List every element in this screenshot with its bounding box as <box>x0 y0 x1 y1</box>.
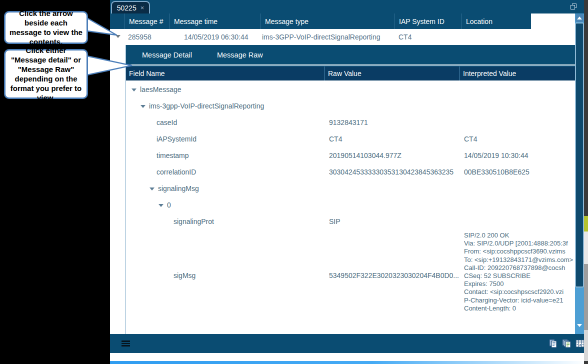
field-name: caseId <box>156 118 177 126</box>
collapse-arrow-icon[interactable] <box>150 188 154 190</box>
tree-row-laesmessage[interactable]: laesMessage <box>126 81 575 98</box>
detail-tabs-bar: Message Detail Message Raw <box>126 45 575 64</box>
column-iap-system-id[interactable]: IAP System ID <box>395 14 462 29</box>
bottom-gap <box>110 353 588 361</box>
field-name: timestamp <box>156 152 189 160</box>
up-arrow-icon <box>577 16 582 20</box>
bottom-segment <box>584 330 588 361</box>
interpreted-value: 00BE330510B8E625 <box>464 168 530 176</box>
light-segment <box>584 232 588 264</box>
svg-text:a: a <box>579 343 581 346</box>
tab-50225[interactable]: 50225 × <box>111 1 150 14</box>
message-table-header: Message # Message time Message type IAP … <box>110 14 531 29</box>
interpreted-sip-message: SIP/2.0 200 OK Via: SIP/2.0/UDP [2001:48… <box>464 232 575 312</box>
callout-tabs-hint: Click either "Message detail" or "Messag… <box>4 49 88 99</box>
raw-value: 5349502F322E3020323030204F4B0D0... <box>329 272 459 280</box>
column-message-time[interactable]: Message time <box>170 14 261 29</box>
scrollbar-thumb[interactable] <box>575 22 584 288</box>
raw-value: 30304245333330353130423845363235 <box>329 168 454 176</box>
copy-icon[interactable] <box>548 338 558 348</box>
tree-row-correlationid[interactable]: correlationID 30304245333330353130423845… <box>126 164 575 180</box>
tree-row-signalingprot[interactable]: signalingProt SIP <box>126 213 575 230</box>
scroll-down-arrow-icon[interactable] <box>577 324 582 327</box>
green-marker <box>584 216 588 232</box>
field-name: sigMsg <box>174 272 196 280</box>
tree-row-timestamp[interactable]: timestamp 20190514103044.977Z 14/05/2019… <box>126 147 575 164</box>
message-type-cell: ims-3GPP-VoIP-directSignalReporting <box>262 33 380 41</box>
tab-message-detail[interactable]: Message Detail <box>133 51 201 59</box>
raw-value: SIP <box>329 218 340 226</box>
message-viewer-window: 50225 × Message # Message time Message t… <box>110 0 588 364</box>
column-raw-value[interactable]: Raw Value <box>325 66 460 80</box>
window-top-bar <box>110 0 584 14</box>
column-field-name[interactable]: Field Name <box>126 66 325 80</box>
column-interpreted-value[interactable]: Interpreted Value <box>460 66 575 80</box>
column-message-type[interactable]: Message type <box>261 14 395 29</box>
field-name: correlationID <box>156 168 196 176</box>
screen-edge-scroll-strip <box>584 0 588 364</box>
restore-window-icon[interactable] <box>570 4 577 10</box>
callout-tabs-hint-text: Click either "Message detail" or "Messag… <box>8 46 84 102</box>
field-name: 0 <box>167 201 171 209</box>
gray-segment <box>584 264 588 330</box>
collapse-arrow-icon[interactable] <box>158 204 164 207</box>
raw-value: 9132843171 <box>329 118 368 126</box>
callout-expand-hint: Click the arrow beside each message to v… <box>4 11 88 44</box>
field-name: iAPSystemId <box>156 135 196 143</box>
tree-row-caseid[interactable]: caseId 9132843171 <box>126 114 575 130</box>
message-time-cell: 14/05/2019 06:30:44 <box>184 33 248 41</box>
field-name: laesMessage <box>140 86 182 94</box>
collapse-arrow-icon[interactable] <box>140 105 146 108</box>
column-message-number[interactable]: Message # <box>125 14 170 29</box>
expander-column-header <box>110 14 125 29</box>
interpreted-value: CT4 <box>464 135 477 143</box>
callout-expand-hint-text: Click the arrow beside each message to v… <box>8 8 84 46</box>
scroll-up-button[interactable] <box>576 14 584 22</box>
auto-fit-columns-icon[interactable]: a <box>575 338 585 348</box>
menu-icon[interactable] <box>122 340 130 346</box>
tree-row-index0[interactable]: 0 <box>126 196 575 213</box>
raw-value: 20190514103044.977Z <box>329 152 402 160</box>
collapse-message-arrow[interactable] <box>116 35 120 38</box>
field-name: signalingMsg <box>158 184 199 192</box>
message-row[interactable]: 285958 14/05/2019 06:30:44 ims-3GPP-VoIP… <box>110 29 575 45</box>
tab-label: 50225 <box>117 4 136 12</box>
field-tree: laesMessage ims-3gpp-VoIP-directSignalRe… <box>126 80 575 332</box>
tab-message-raw[interactable]: Message Raw <box>208 51 272 59</box>
tree-row-sigmsg[interactable]: sigMsg 5349502F322E3020323030204F4B0D0..… <box>126 230 575 312</box>
column-location[interactable]: Location <box>462 14 531 29</box>
collapse-arrow-icon[interactable] <box>132 88 136 92</box>
tree-row-ims3gpp[interactable]: ims-3gpp-VoIP-directSignalReporting <box>126 98 575 114</box>
field-name: ims-3gpp-VoIP-directSignalReporting <box>149 102 264 110</box>
bottom-toolbar: a <box>110 334 588 353</box>
interpreted-value: 14/05/2019 10:30:44 <box>464 152 528 160</box>
message-iap-cell: CT4 <box>398 33 412 41</box>
vertical-scrollbar[interactable] <box>575 14 584 334</box>
message-number-cell: 285958 <box>128 33 152 41</box>
tree-row-iapsystemid[interactable]: iAPSystemId CT4 CT4 <box>126 130 575 147</box>
field-table-header: Field Name Raw Value Interpreted Value <box>126 66 575 80</box>
tab-close-icon[interactable]: × <box>140 4 144 12</box>
tree-row-signalingmsg[interactable]: signalingMsg <box>126 180 575 196</box>
field-name: signalingProt <box>174 218 214 226</box>
raw-value: CT4 <box>329 135 342 143</box>
bottom-accent-strip <box>110 361 588 364</box>
copy-all-icon[interactable] <box>562 338 572 348</box>
